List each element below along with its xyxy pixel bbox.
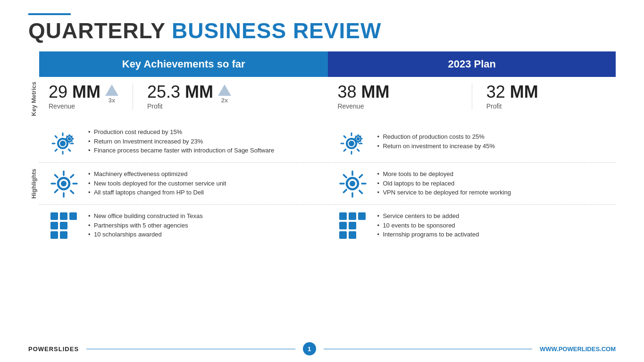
- svg-point-9: [61, 181, 67, 186]
- svg-rect-23: [349, 222, 356, 229]
- footer-page-number: 1: [303, 342, 316, 355]
- left-metric-2: 25.3 MM Profit 2x: [133, 84, 231, 110]
- svg-rect-13: [60, 212, 67, 220]
- left-metric-2-value: 25.3 MM: [147, 84, 213, 101]
- right-highlight-1-cell: Reduction of production costs to 25% Ret…: [328, 121, 616, 163]
- bullet-item: Return on Investment increased by 23%: [87, 137, 274, 146]
- left-highlight-2-cell: Machinery effectiveness optimized New to…: [39, 162, 328, 204]
- right-metric-2-label: Profit: [486, 102, 538, 110]
- bullet-item: Old laptops to be replaced: [376, 179, 511, 188]
- left-highlight-1-cell: Production cost reduced by 15% Return on…: [39, 121, 328, 163]
- left-highlight-2-bullets: Machinery effectiveness optimized New to…: [87, 169, 226, 197]
- highlight-row-1: Highlights: [28, 121, 616, 163]
- svg-rect-16: [60, 222, 67, 229]
- title-blue-part: BUSINESS REVIEW: [172, 18, 381, 43]
- grid-icon-left: [49, 210, 79, 241]
- svg-rect-25: [349, 231, 356, 239]
- left-metric-2-arrow-block: 2x: [218, 84, 231, 104]
- page-title: QUARTERLY BUSINESS REVIEW: [28, 19, 616, 43]
- key-metrics-label: Key Metrics: [28, 77, 39, 121]
- multi-gear-icon-right-1: [337, 126, 368, 157]
- svg-rect-12: [50, 212, 58, 220]
- right-metric-2-value: 32 MM: [486, 84, 538, 101]
- left-metric-2-arrow-label: 2x: [221, 97, 228, 104]
- left-highlight-3-cell: New office building constructed in Texas…: [39, 204, 328, 246]
- single-gear-icon-right: [337, 168, 368, 199]
- svg-rect-15: [50, 222, 58, 229]
- right-highlight-1-bullets: Reduction of production costs to 25% Ret…: [376, 132, 495, 151]
- left-column-header: Key Achievements so far: [39, 51, 328, 77]
- svg-point-3: [68, 137, 71, 140]
- bullet-item: New tools deployed for the customer serv…: [87, 179, 226, 188]
- left-metric-1-arrow-block: 3x: [105, 84, 118, 104]
- svg-rect-20: [349, 212, 356, 220]
- highlights-label: Highlights: [28, 121, 39, 246]
- footer-url: WWW.POWERLIDES.COM: [540, 345, 616, 353]
- left-metrics-cell: 29 MM Revenue 3x: [39, 77, 328, 121]
- right-highlight-3-cell: Service centers to be added 10 events to…: [328, 204, 616, 246]
- bullet-item: Production cost reduced by 15%: [87, 127, 274, 137]
- bullet-item: Return on investment to increase by 45%: [376, 142, 495, 151]
- svg-point-11: [350, 181, 355, 186]
- left-metric-1-value: 29 MM: [49, 84, 100, 101]
- right-highlight-2-cell: More tools to be deployed Old laptops to…: [328, 162, 616, 204]
- left-metric-1-arrow-label: 3x: [109, 97, 115, 104]
- highlight-row-3: New office building constructed in Texas…: [28, 204, 616, 246]
- bullet-item: All staff laptops changed from HP to Del…: [87, 188, 226, 197]
- title-dark-part: QUARTERLY: [28, 18, 172, 43]
- bullet-item: VPN service to be deployed for remote wo…: [376, 188, 511, 197]
- left-metric-1: 29 MM Revenue 3x: [49, 84, 118, 110]
- right-metric-1-label: Revenue: [337, 102, 389, 110]
- footer-line-left: [86, 349, 295, 349]
- right-column-header: 2023 Plan: [328, 51, 616, 77]
- svg-rect-19: [339, 212, 347, 220]
- svg-point-5: [349, 141, 354, 146]
- page-container: QUARTERLY BUSINESS REVIEW Key Achievemen…: [0, 0, 644, 362]
- left-metric-1-label: Revenue: [49, 102, 100, 110]
- up-arrow-icon-2: [218, 84, 231, 96]
- bullet-item: New office building constructed in Texas: [87, 211, 203, 221]
- svg-point-7: [357, 137, 360, 140]
- up-arrow-icon: [105, 84, 118, 96]
- bullet-item: Machinery effectiveness optimized: [87, 169, 226, 179]
- svg-rect-14: [69, 212, 77, 220]
- footer: POWERSLIDES 1 WWW.POWERLIDES.COM: [28, 342, 616, 355]
- bullet-item: Service centers to be added: [376, 211, 479, 221]
- grid-icon-right: [337, 210, 368, 241]
- bullet-item: Finance process became faster with intro…: [87, 146, 274, 155]
- bullet-item: 10 scholarships awarded: [87, 230, 203, 239]
- bullet-item: Internship programs to be activated: [376, 230, 479, 239]
- svg-rect-22: [339, 222, 347, 229]
- svg-rect-17: [50, 231, 58, 239]
- right-highlight-3-bullets: Service centers to be added 10 events to…: [376, 211, 479, 239]
- multi-gear-icon-left-1: [49, 126, 79, 157]
- right-metrics-cell: 38 MM Revenue 32 MM Profit: [328, 77, 616, 121]
- svg-point-1: [60, 141, 66, 146]
- single-gear-icon-left: [49, 168, 79, 199]
- main-table: Key Achievements so far 2023 Plan Key Me…: [28, 51, 616, 246]
- svg-rect-18: [60, 231, 67, 239]
- svg-rect-21: [358, 212, 366, 220]
- svg-rect-24: [339, 231, 347, 239]
- bullet-item: More tools to be deployed: [376, 169, 511, 179]
- footer-brand: POWERSLIDES: [28, 345, 79, 353]
- highlight-row-2: Machinery effectiveness optimized New to…: [28, 162, 616, 204]
- left-highlight-3-bullets: New office building constructed in Texas…: [87, 211, 203, 239]
- footer-line-right: [324, 349, 532, 349]
- bullet-item: 10 events to be sponsored: [376, 221, 479, 230]
- right-highlight-2-bullets: More tools to be deployed Old laptops to…: [376, 169, 511, 197]
- header-accent: [28, 13, 71, 15]
- bullet-item: Partnerships with 5 other agencies: [87, 221, 203, 230]
- right-metric-1-value: 38 MM: [337, 84, 389, 101]
- left-highlight-1-bullets: Production cost reduced by 15% Return on…: [87, 127, 274, 155]
- key-metrics-row: Key Metrics 29 MM Revenue: [28, 77, 616, 121]
- right-metric-2: 32 MM Profit: [472, 84, 606, 110]
- bullet-item: Reduction of production costs to 25%: [376, 132, 495, 142]
- left-metric-2-label: Profit: [147, 102, 213, 110]
- right-metric-1: 38 MM Revenue: [337, 84, 457, 110]
